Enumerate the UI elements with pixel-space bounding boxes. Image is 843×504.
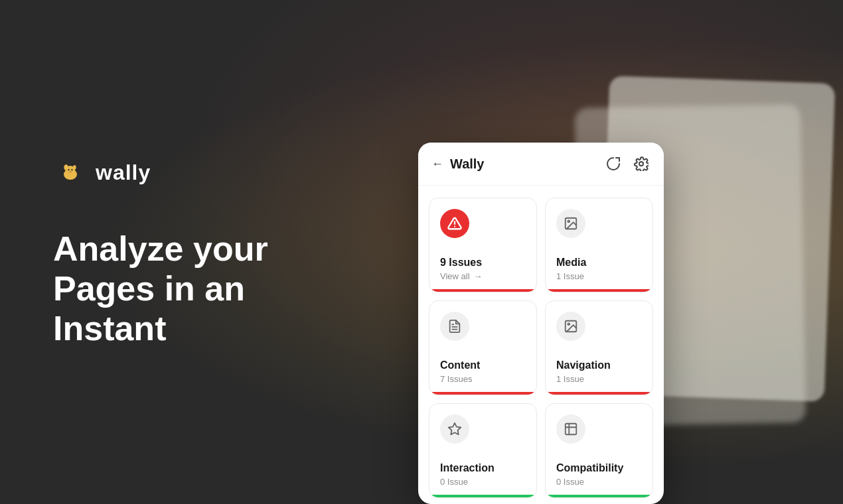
svg-point-7 bbox=[69, 171, 72, 172]
interaction-count: 0 Issue bbox=[440, 477, 526, 487]
card-title: Wally bbox=[450, 157, 485, 172]
card-header: ← Wally bbox=[418, 143, 664, 186]
svg-point-16 bbox=[568, 323, 570, 325]
content-card[interactable]: Content 7 Issues bbox=[429, 300, 537, 395]
issues-icon-circle bbox=[440, 209, 469, 238]
interaction-name: Interaction bbox=[440, 462, 526, 474]
header-left: ← Wally bbox=[431, 157, 485, 172]
media-card[interactable]: Media 1 Issue bbox=[545, 198, 653, 292]
logo-icon bbox=[53, 155, 88, 190]
back-button[interactable]: ← bbox=[431, 157, 443, 171]
left-panel: wally Analyze your Pages in an Instant bbox=[0, 0, 412, 504]
content-count: 7 Issues bbox=[440, 374, 526, 384]
settings-icon[interactable] bbox=[632, 155, 651, 173]
content-icon-circle bbox=[440, 312, 469, 341]
media-name: Media bbox=[556, 257, 642, 269]
main-card: ← Wally bbox=[418, 143, 664, 504]
view-all-arrow-icon: → bbox=[474, 271, 483, 281]
navigation-card[interactable]: Navigation 1 Issue bbox=[545, 300, 653, 395]
card-body: 9 Issues View all → Media 1 Issue bbox=[418, 186, 664, 504]
logo-text: wally bbox=[96, 160, 151, 185]
logo-area: wally bbox=[53, 155, 358, 190]
media-icon-circle bbox=[556, 209, 585, 238]
content-name: Content bbox=[440, 359, 526, 371]
svg-marker-17 bbox=[449, 423, 461, 434]
compatibility-count: 0 Issue bbox=[556, 477, 642, 487]
issues-count: 9 Issues bbox=[440, 257, 526, 269]
compatibility-card[interactable]: Compatibility 0 Issue bbox=[545, 403, 653, 498]
navigation-count: 1 Issue bbox=[556, 374, 642, 384]
headline: Analyze your Pages in an Instant bbox=[53, 229, 358, 348]
view-all-label[interactable]: View all bbox=[440, 271, 470, 281]
interaction-card[interactable]: Interaction 0 Issue bbox=[429, 403, 537, 498]
svg-point-6 bbox=[71, 169, 72, 170]
navigation-icon-circle bbox=[556, 312, 585, 341]
compatibility-name: Compatibility bbox=[556, 462, 642, 474]
media-count: 1 Issue bbox=[556, 271, 642, 281]
interaction-icon-circle bbox=[440, 414, 469, 444]
view-all-row: View all → bbox=[440, 271, 526, 281]
svg-point-8 bbox=[639, 162, 643, 166]
issues-summary-card[interactable]: 9 Issues View all → bbox=[429, 198, 537, 292]
navigation-name: Navigation bbox=[556, 359, 642, 371]
svg-point-12 bbox=[568, 220, 570, 222]
svg-point-5 bbox=[68, 169, 69, 170]
refresh-icon[interactable] bbox=[604, 155, 623, 173]
header-icons bbox=[604, 155, 651, 173]
compatibility-icon-circle bbox=[556, 414, 585, 444]
